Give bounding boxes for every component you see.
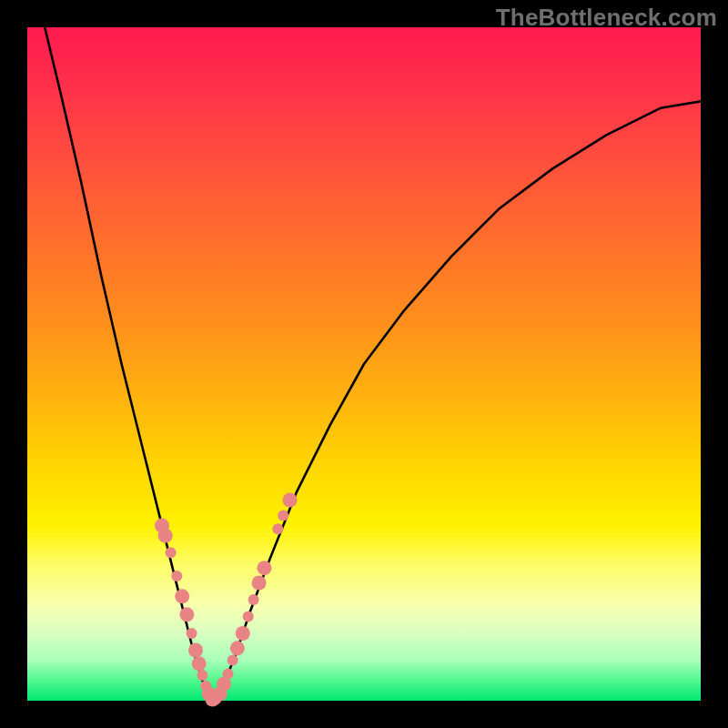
highlight-dot — [228, 655, 238, 666]
highlight-dot — [248, 594, 259, 605]
highlight-dot — [192, 656, 207, 671]
highlight-dot — [197, 670, 207, 681]
highlight-dot — [166, 547, 177, 558]
highlight-dot — [283, 493, 298, 508]
highlight-dot — [278, 511, 288, 521]
curve-layer — [45, 27, 701, 701]
highlight-dot — [175, 589, 189, 603]
highlight-dot — [171, 571, 182, 581]
bottleneck-curve — [45, 27, 701, 701]
highlight-dot — [272, 523, 283, 534]
highlight-dot — [236, 626, 250, 641]
highlight-dot — [179, 607, 194, 622]
plot-area — [27, 27, 701, 701]
highlight-dot — [223, 668, 234, 679]
highlight-dot — [258, 561, 272, 575]
highlight-dot — [230, 641, 245, 655]
highlight-dot — [243, 612, 254, 622]
highlight-dot — [188, 643, 203, 658]
highlight-dots — [155, 493, 298, 707]
chart-svg — [27, 27, 701, 701]
highlight-dot — [252, 576, 267, 591]
highlight-dot — [158, 529, 173, 543]
highlight-dot — [187, 628, 197, 639]
chart-frame: TheBottleneck.com — [0, 0, 728, 728]
watermark-text: TheBottleneck.com — [496, 4, 717, 32]
